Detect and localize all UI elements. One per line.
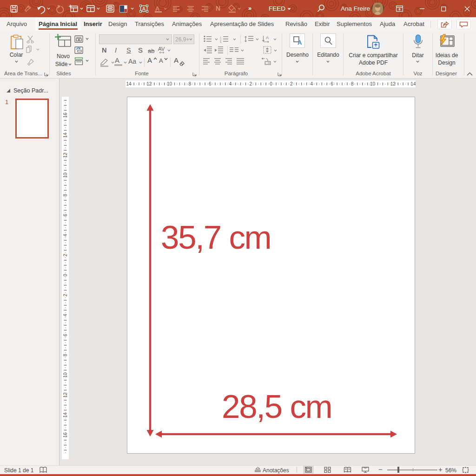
svg-text:10: 10 xyxy=(63,172,68,178)
svg-text:2: 2 xyxy=(63,294,68,297)
svg-text:4: 4 xyxy=(229,81,232,86)
svg-text:2: 2 xyxy=(290,81,293,86)
svg-text:8: 8 xyxy=(63,354,68,357)
svg-text:14: 14 xyxy=(63,132,68,138)
svg-text:A: A xyxy=(298,39,302,45)
svg-text:6: 6 xyxy=(331,81,333,86)
svg-text:0: 0 xyxy=(270,81,272,86)
svg-text:A: A xyxy=(266,35,269,40)
svg-text:8: 8 xyxy=(351,81,354,86)
svg-text:10: 10 xyxy=(167,81,172,86)
svg-text:4: 4 xyxy=(311,81,313,86)
svg-text:16: 16 xyxy=(63,112,68,118)
svg-text:12: 12 xyxy=(63,392,68,398)
svg-text:16: 16 xyxy=(63,432,68,438)
svg-text:6: 6 xyxy=(209,81,212,86)
svg-text:A: A xyxy=(142,6,146,12)
svg-text:8: 8 xyxy=(63,194,68,197)
svg-text:3: 3 xyxy=(220,41,221,44)
svg-text:8: 8 xyxy=(188,81,191,86)
svg-text:6: 6 xyxy=(63,334,68,337)
svg-text:12: 12 xyxy=(146,81,152,86)
svg-text:0: 0 xyxy=(63,274,68,277)
svg-text:12: 12 xyxy=(390,81,396,86)
svg-text:10: 10 xyxy=(370,81,376,86)
svg-text:14: 14 xyxy=(126,81,132,86)
svg-text:10: 10 xyxy=(63,372,68,378)
svg-text:4: 4 xyxy=(63,314,68,317)
svg-text:14: 14 xyxy=(63,412,68,418)
svg-text:6: 6 xyxy=(63,214,68,217)
svg-text:14: 14 xyxy=(410,81,416,86)
svg-text:4: 4 xyxy=(63,234,68,237)
svg-text:2: 2 xyxy=(63,254,68,257)
svg-text:2: 2 xyxy=(250,81,252,86)
svg-text:12: 12 xyxy=(63,152,68,158)
